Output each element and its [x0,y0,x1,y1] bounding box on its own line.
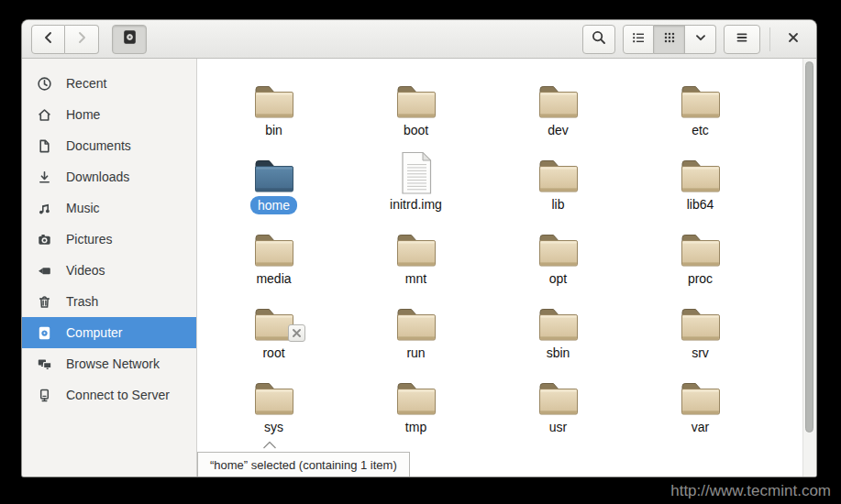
file-item-label: boot [404,122,428,138]
file-item-boot[interactable]: boot [345,70,487,144]
view-options-dropdown-button[interactable] [685,25,716,54]
file-item-tmp[interactable]: tmp [345,367,487,441]
hamburger-icon [734,29,750,49]
folder-icon [535,367,582,419]
scrollbar-thumb[interactable] [805,61,813,433]
history-button-group [31,25,99,54]
folder-icon [677,70,725,122]
sidebar-item-label: Computer [66,325,122,340]
sidebar-item-music[interactable]: Music [22,192,196,224]
server-icon [37,388,52,403]
file-item-label: mnt [405,270,426,287]
sidebar-item-label: Browse Network [66,356,160,371]
sidebar-item-downloads[interactable]: Downloads [22,161,196,192]
sidebar-item-recent[interactable]: Recent [22,68,196,99]
file-item-mnt[interactable]: mnt [345,218,487,292]
file-item-label: proc [688,270,713,287]
close-button[interactable] [780,26,807,53]
file-item-root[interactable]: root [203,292,345,367]
file-item-home[interactable]: home [203,144,345,218]
folder-icon [250,367,298,419]
file-item-label: srv [692,345,709,361]
list-view-button[interactable] [623,25,654,54]
sidebar-item-label: Home [66,107,100,122]
trash-icon [37,294,52,310]
folder-icon [677,144,725,196]
file-item-bin[interactable]: bin [203,70,345,144]
file-item-media[interactable]: media [203,218,345,292]
folder-icon [393,367,440,419]
grid-view-button[interactable] [654,25,685,54]
file-item-label: tmp [405,419,426,435]
vertical-scrollbar[interactable] [802,59,816,477]
sidebar-item-label: Recent [66,76,106,91]
home-icon [37,107,52,123]
selection-status-text: “home” selected (containing 1 item) [210,458,397,472]
sidebar-item-label: Trash [66,294,98,309]
file-item-run[interactable]: run [345,292,487,367]
folder-icon [250,292,298,345]
file-item-label: root [262,345,284,361]
sidebar-item-label: Videos [66,263,105,278]
network-icon [37,356,52,372]
folder-icon [677,292,725,345]
sidebar-item-documents[interactable]: Documents [22,130,196,161]
file-item-label: usr [549,419,567,435]
camera-icon [37,232,52,247]
file-item-sbin[interactable]: sbin [487,292,629,367]
file-item-label: media [256,270,291,287]
no-access-x-emblem-icon [288,324,305,342]
file-item-label: var [692,419,709,435]
file-item-label: lib64 [687,196,714,213]
sidebar-item-trash[interactable]: Trash [22,286,196,317]
file-item-dev[interactable]: dev [487,70,629,144]
sidebar-item-label: Downloads [66,170,129,184]
sidebar-item-pictures[interactable]: Pictures [22,224,196,255]
document-icon [37,138,52,154]
file-item-proc[interactable]: proc [629,218,771,292]
location-computer-button[interactable] [112,25,147,54]
video-icon [37,263,52,279]
places-sidebar: RecentHomeDocumentsDownloadsMusicPicture… [22,59,197,477]
sidebar-item-browse-network[interactable]: Browse Network [22,348,196,379]
file-item-srv[interactable]: srv [629,292,771,367]
folder-icon [250,218,298,270]
file-item-var[interactable]: var [629,367,771,441]
sidebar-item-computer[interactable]: Computer [22,317,196,348]
sidebar-item-home[interactable]: Home [22,99,196,130]
app-menu-button[interactable] [724,25,760,54]
statusbar-collapse-caret[interactable] [262,436,277,453]
file-item-label: sys [264,419,283,435]
file-item-sys[interactable]: sys [203,367,345,441]
folder-icon [535,144,582,196]
folder-icon [535,292,582,345]
search-button[interactable] [582,25,615,54]
sidebar-item-videos[interactable]: Videos [22,255,196,286]
file-item-label: lib [551,196,564,213]
file-item-initrd-img[interactable]: initrd.img [345,144,487,218]
watermark-url: http://www.tecmint.com [670,482,831,500]
file-item-etc[interactable]: etc [629,70,771,144]
view-grid-icon [661,29,678,49]
sidebar-item-label: Music [66,201,100,215]
file-item-lib[interactable]: lib [487,144,629,218]
file-item-label: initrd.img [390,196,442,213]
file-manager-window: RecentHomeDocumentsDownloadsMusicPicture… [22,20,816,477]
back-button[interactable] [31,25,65,54]
view-button-group [623,25,716,54]
file-item-label: home [250,196,297,214]
file-item-usr[interactable]: usr [487,367,629,441]
content-pane: binbootdevetchomeinitrd.imgliblib64media… [197,59,816,477]
clock-icon [37,76,52,92]
file-item-label: dev [548,122,569,138]
chevron-left-icon [40,29,57,49]
file-item-lib64[interactable]: lib64 [629,144,771,218]
folder-icon [535,218,582,270]
sidebar-item-label: Connect to Server [66,388,170,402]
file-item-label: sbin [547,345,570,361]
file-item-label: run [406,345,425,361]
file-item-opt[interactable]: opt [487,218,629,292]
sidebar-item-label: Pictures [66,232,113,247]
sidebar-item-connect-to-server[interactable]: Connect to Server [22,379,196,411]
forward-button[interactable] [65,25,99,54]
